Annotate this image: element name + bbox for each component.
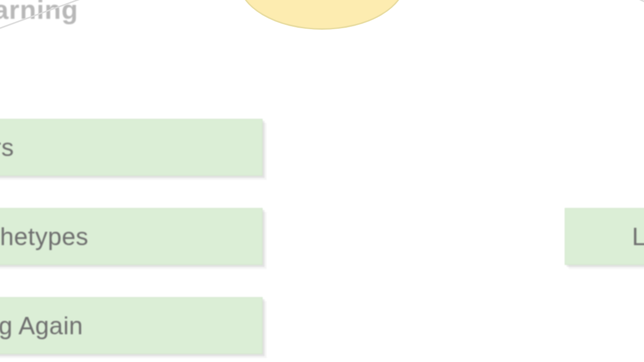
child-node-label: ding Again: [0, 311, 83, 340]
root-bubble[interactable]: [238, 0, 406, 30]
connector-line: [565, 0, 644, 11]
child-node-label: ears: [0, 133, 14, 162]
child-node[interactable]: archetypes: [0, 208, 263, 265]
child-node[interactable]: ears: [0, 119, 263, 176]
child-node-label: L: [632, 222, 644, 251]
child-node[interactable]: ding Again: [0, 297, 263, 354]
child-node[interactable]: L: [565, 208, 644, 265]
child-node-label: archetypes: [0, 222, 89, 251]
